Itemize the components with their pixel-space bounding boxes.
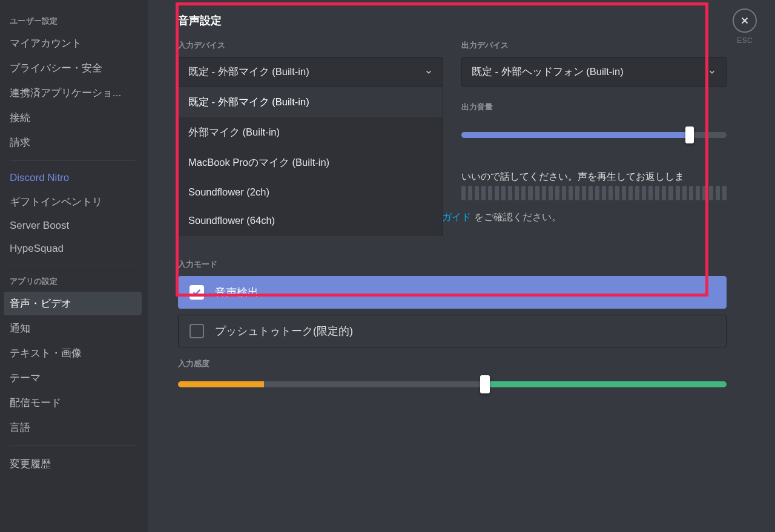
- close-button[interactable]: [733, 8, 757, 33]
- sidebar-item-connections-apps[interactable]: 連携済アプリケーショ...: [4, 81, 142, 105]
- input-mode-push-to-talk[interactable]: プッシュトゥトーク(限定的): [178, 315, 727, 347]
- input-device-option[interactable]: 既定 - 外部マイク (Built-in): [179, 87, 443, 117]
- close-icon: [739, 15, 750, 26]
- input-sensitivity-label: 入力感度: [178, 358, 727, 369]
- slider-thumb[interactable]: [685, 126, 694, 143]
- mode-label: 音声検出: [215, 285, 259, 300]
- sidebar-item-voice-video[interactable]: 音声・ビデオ: [4, 292, 142, 315]
- input-device-option[interactable]: Soundflower (2ch): [179, 178, 443, 206]
- sidebar-item-changelog[interactable]: 変更履歴: [4, 452, 142, 476]
- output-device-select[interactable]: 既定 - 外部ヘッドフォン (Built-in): [461, 57, 727, 87]
- slider-fill: [461, 132, 690, 138]
- sidebar-divider: [10, 445, 136, 446]
- input-sensitivity-slider[interactable]: [178, 381, 727, 387]
- input-device-select[interactable]: 既定 - 外部マイク (Built-in): [178, 57, 443, 87]
- sidebar-item-server-boost[interactable]: Server Boost: [4, 215, 142, 237]
- mode-label: プッシュトゥトーク(限定的): [215, 324, 353, 338]
- sidebar-divider: [10, 160, 136, 161]
- sidebar-item-nitro[interactable]: Discord Nitro: [4, 167, 142, 189]
- sidebar-item-hypesquad[interactable]: HypeSquad: [4, 238, 142, 260]
- settings-main: 音声設定 入力デバイス 既定 - 外部マイク (Built-in) 既定 - 外…: [148, 0, 775, 532]
- checkbox-checked-icon: [190, 285, 204, 300]
- mic-test-vu-meter: [461, 186, 727, 200]
- output-volume-slider[interactable]: [461, 132, 727, 138]
- page-title: 音声設定: [178, 13, 727, 28]
- sidebar-item-text-images[interactable]: テキスト・画像: [4, 341, 142, 365]
- input-device-option[interactable]: Soundflower (64ch): [179, 206, 443, 235]
- sidebar-item-gift-inventory[interactable]: ギフトインベントリ: [4, 190, 142, 214]
- sidebar-item-billing[interactable]: 請求: [4, 131, 142, 154]
- input-device-option[interactable]: 外部マイク (Built-in): [179, 117, 443, 148]
- checkbox-unchecked-icon: [190, 324, 204, 338]
- slider-thumb[interactable]: [480, 375, 490, 393]
- chevron-down-icon: [708, 68, 716, 76]
- output-device-selected-value: 既定 - 外部ヘッドフォン (Built-in): [472, 65, 624, 79]
- input-mode-voice-activity[interactable]: 音声検出: [178, 276, 727, 309]
- input-mode-label: 入力モード: [178, 259, 727, 270]
- input-device-selected-value: 既定 - 外部マイク (Built-in): [188, 65, 309, 79]
- output-volume-label: 出力音量: [461, 102, 727, 113]
- settings-sidebar: ユーザー設定 マイアカウント プライバシー・安全 連携済アプリケーショ... 接…: [0, 0, 148, 532]
- sidebar-divider: [10, 266, 136, 266]
- close-settings: ESC: [733, 8, 757, 45]
- output-device-label: 出力デバイス: [461, 40, 727, 51]
- mic-test-hint: いいので話してください。声を再生してお返ししま: [461, 171, 727, 183]
- sidebar-item-account[interactable]: マイアカウント: [4, 31, 142, 55]
- input-device-label: 入力デバイス: [178, 40, 443, 51]
- sidebar-item-streamer-mode[interactable]: 配信モード: [4, 391, 142, 415]
- sidebar-item-privacy[interactable]: プライバシー・安全: [4, 56, 142, 80]
- sidebar-section-user: ユーザー設定: [4, 12, 142, 30]
- chevron-down-icon: [424, 68, 433, 76]
- sidebar-section-app: アプリの設定: [4, 272, 142, 291]
- sensitivity-right-bar: [485, 381, 727, 387]
- sidebar-item-notifications[interactable]: 通知: [4, 317, 142, 340]
- sidebar-item-language[interactable]: 言語: [4, 416, 142, 439]
- sidebar-item-appearance[interactable]: テーマ: [4, 366, 142, 390]
- sidebar-item-connections[interactable]: 接続: [4, 106, 142, 130]
- sensitivity-left-bar: [178, 381, 485, 387]
- input-device-dropdown: 既定 - 外部マイク (Built-in) 外部マイク (Built-in) M…: [178, 87, 443, 235]
- input-device-option[interactable]: MacBook Proのマイク (Built-in): [179, 148, 443, 178]
- close-label: ESC: [733, 36, 757, 45]
